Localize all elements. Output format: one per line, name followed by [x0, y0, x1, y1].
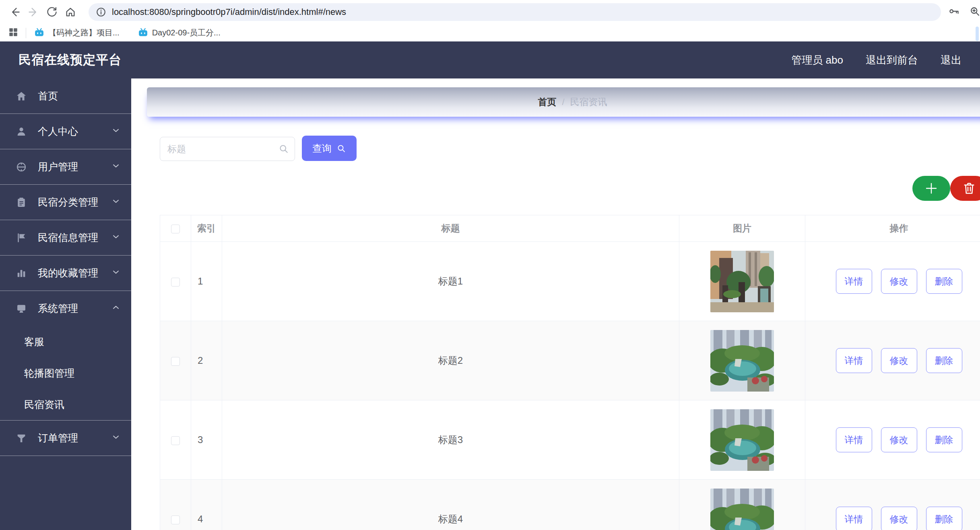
sidebar-group: 系统管理客服轮播图管理民宿资讯: [0, 291, 131, 421]
logout-link[interactable]: 退出: [941, 53, 961, 67]
row-actions-cell: 详情修改删除: [805, 400, 980, 480]
sidebar-group: 民宿信息管理: [0, 220, 131, 256]
sidebar-item[interactable]: 民宿分类管理: [0, 185, 131, 220]
search-input[interactable]: [160, 137, 295, 161]
clipboard-icon: [15, 196, 27, 208]
reload-icon[interactable]: [43, 3, 61, 21]
password-key-icon[interactable]: [948, 6, 959, 19]
add-button[interactable]: [912, 176, 950, 201]
trash-icon: [962, 181, 976, 196]
sidebar-item[interactable]: 系统管理: [0, 291, 131, 326]
chevron-down-icon: [111, 126, 121, 138]
breadcrumb-home[interactable]: 首页: [538, 96, 556, 108]
admin-user-label[interactable]: 管理员 abo: [791, 53, 843, 67]
row-checkbox-cell: [160, 321, 191, 400]
chevron-down-icon: [111, 432, 121, 444]
sidebar-item[interactable]: 民宿信息管理: [0, 220, 131, 255]
row-index: 3: [191, 400, 222, 480]
address-bar[interactable]: localhost:8080/springbootr0p7i/admin/dis…: [89, 3, 941, 21]
home-browser-icon[interactable]: [61, 3, 80, 21]
detail-button[interactable]: 详情: [836, 507, 872, 530]
bilibili-icon: [34, 28, 44, 38]
bookmark-item[interactable]: Day02-09-员工分...: [138, 27, 221, 38]
sidebar-item-label: 个人中心: [38, 125, 111, 138]
flag-icon: [15, 232, 27, 244]
search-icon: [278, 143, 289, 155]
delete-button[interactable]: 删除: [926, 507, 962, 530]
row-checkbox[interactable]: [171, 278, 180, 287]
sidebar-item[interactable]: 首页: [0, 78, 131, 113]
delete-button[interactable]: 删除: [926, 269, 962, 294]
compass-icon: [15, 161, 27, 173]
plus-icon: [924, 181, 939, 196]
sidebar-group: 首页: [0, 78, 131, 114]
edit-button[interactable]: 修改: [881, 427, 917, 452]
row-actions-cell: 详情修改删除: [805, 321, 980, 400]
sidebar-item[interactable]: 订单管理: [0, 421, 131, 456]
row-index: 1: [191, 242, 222, 321]
app-title: 民宿在线预定平台: [19, 52, 122, 68]
monitor-icon: [15, 303, 27, 315]
sidebar-subitem[interactable]: 民宿资讯: [0, 389, 131, 420]
row-checkbox[interactable]: [171, 357, 180, 366]
delete-button[interactable]: 删除: [926, 348, 962, 373]
bookmarks-separator: [26, 28, 26, 38]
query-button-label: 查询: [312, 142, 332, 155]
detail-button[interactable]: 详情: [836, 427, 872, 452]
edit-button[interactable]: 修改: [881, 507, 917, 530]
sidebar-menu: 首页个人中心用户管理民宿分类管理民宿信息管理我的收藏管理系统管理客服轮播图管理民…: [0, 78, 131, 530]
bookmarks-bar: 【码神之路】项目... Day02-09-员工分...: [0, 24, 980, 41]
url-text: localhost:8080/springbootr0p7i/admin/dis…: [112, 7, 346, 17]
home-icon: [15, 90, 27, 102]
delete-button[interactable]: 删除: [926, 427, 962, 452]
row-checkbox-cell: [160, 480, 191, 530]
row-image-cell: [679, 400, 805, 480]
garden-pool-photo: [710, 513, 774, 524]
row-checkbox[interactable]: [171, 436, 180, 445]
row-actions-cell: 详情修改删除: [805, 242, 980, 321]
browser-toolbar: localhost:8080/springbootr0p7i/admin/dis…: [0, 0, 980, 24]
bookmark-label: 【码神之路】项目...: [48, 27, 120, 38]
table-row: 1标题1详情修改删除: [160, 242, 980, 321]
sidebar-group: 订单管理: [0, 421, 131, 456]
table-body: 1标题1详情修改删除2标题2详情修改删除3标题3详情修改删除4标题4详情修改删除: [160, 242, 980, 530]
exit-to-front-link[interactable]: 退出到前台: [866, 53, 918, 67]
sidebar-group: 我的收藏管理: [0, 256, 131, 291]
apps-grid-icon[interactable]: [8, 27, 19, 39]
info-icon[interactable]: [96, 7, 106, 17]
detail-button[interactable]: 详情: [836, 348, 872, 373]
sidebar-item[interactable]: 个人中心: [0, 114, 131, 149]
table-row: 3标题3详情修改删除: [160, 400, 980, 480]
bar-chart-icon: [15, 267, 27, 279]
header-checkbox-cell: [160, 215, 191, 242]
sidebar-subitem[interactable]: 客服: [0, 326, 131, 357]
sidebar-item[interactable]: 我的收藏管理: [0, 256, 131, 291]
breadcrumb-separator: /: [562, 97, 564, 107]
search-icon: [336, 144, 346, 153]
table-row: 4标题4详情修改删除: [160, 480, 980, 530]
column-actions: 操作: [805, 215, 980, 242]
forward-icon[interactable]: [24, 3, 43, 21]
chevron-down-icon: [111, 161, 121, 173]
scrollbar-fragment: [976, 27, 979, 41]
query-button[interactable]: 查询: [302, 136, 357, 161]
garden-pool-photo: [710, 433, 774, 444]
user-icon: [15, 126, 27, 138]
edit-button[interactable]: 修改: [881, 348, 917, 373]
sidebar-subitem[interactable]: 轮播图管理: [0, 357, 131, 389]
sidebar-item[interactable]: 用户管理: [0, 149, 131, 184]
detail-button[interactable]: 详情: [836, 269, 872, 294]
sidebar-item-label: 系统管理: [38, 302, 111, 315]
row-checkbox[interactable]: [171, 516, 180, 524]
chevron-down-icon: [111, 232, 121, 244]
row-image-cell: [679, 480, 805, 530]
zoom-in-icon[interactable]: [969, 6, 980, 19]
batch-delete-button[interactable]: [950, 176, 980, 201]
sidebar-group: 用户管理: [0, 149, 131, 185]
chevron-up-icon: [111, 303, 121, 315]
sidebar-item-label: 用户管理: [38, 160, 111, 173]
select-all-checkbox[interactable]: [171, 225, 180, 233]
bookmark-item[interactable]: 【码神之路】项目...: [34, 27, 120, 38]
edit-button[interactable]: 修改: [881, 269, 917, 294]
back-icon[interactable]: [6, 3, 24, 21]
